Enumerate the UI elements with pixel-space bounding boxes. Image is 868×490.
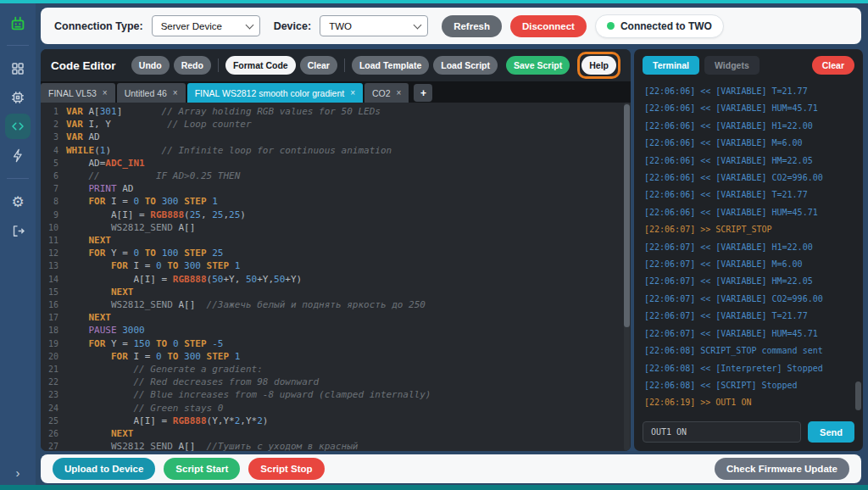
- terminal-command-input[interactable]: [643, 421, 801, 443]
- toolbar-divider: [218, 58, 219, 72]
- sidebar-item-settings[interactable]: ⚙: [5, 189, 31, 214]
- connection-type-label: Connection Type:: [54, 20, 143, 32]
- code-line: 16 WS2812_SEND A[] //Зажечь белый и подн…: [41, 298, 631, 311]
- line-number: 22: [41, 376, 66, 388]
- line-number: 23: [41, 388, 66, 401]
- terminal-line: [22:06:06] << [VARIABLE] M=6.00: [644, 135, 853, 152]
- line-number: 8: [41, 195, 66, 208]
- connection-bar: Connection Type: Server Device Device: T…: [41, 8, 861, 44]
- code-line: 11 NEXT: [41, 234, 631, 247]
- sidebar-collapse-chevron-icon[interactable]: ›: [0, 465, 36, 480]
- editor-tab[interactable]: FINAL VL53×: [41, 83, 115, 103]
- terminal-header: TerminalWidgetsClear: [634, 49, 863, 80]
- code-line: 6 // IF AD>0.25 THEN: [41, 170, 631, 182]
- line-number: 3: [41, 131, 66, 143]
- terminal-line: [22:06:19] >> OUT1 ON: [644, 394, 853, 411]
- tab-label: FINAL VL53: [48, 88, 97, 98]
- line-number: 17: [41, 311, 66, 324]
- code-line: 14 A[I] = RGB888(50+Y, 50+Y,50+Y): [41, 273, 631, 286]
- tab-label: FINAL WS2812 smooth color gradient: [195, 88, 344, 98]
- code-line: 3VAR AD: [41, 131, 631, 143]
- sidebar-item-actions[interactable]: [5, 142, 31, 168]
- lightning-icon: [11, 148, 25, 163]
- send-button[interactable]: Send: [808, 421, 854, 443]
- sidebar-item-dashboard[interactable]: [5, 56, 31, 81]
- code-editor-header: Code Editor Undo Redo Format Code Clear …: [41, 49, 631, 81]
- line-number: 18: [41, 324, 66, 337]
- code-line: 23 // Blue increases from -8 upward (cla…: [41, 388, 631, 401]
- code-line: 19 FOR Y = 150 TO 0 STEP -5: [41, 337, 631, 350]
- code-line: 21 // Generate a gradient:: [41, 363, 631, 376]
- code-lines: 1VAR A[301] // Array holding RGB values …: [41, 103, 631, 451]
- terminal-tab-widgets[interactable]: Widgets: [704, 56, 760, 75]
- device-select-wrap: TWO: [320, 15, 428, 36]
- terminal-line: [22:06:08] SCRIPT_STOP command sent: [644, 342, 853, 359]
- line-number: 27: [41, 440, 66, 451]
- connection-type-select[interactable]: Server Device: [152, 15, 260, 36]
- status-text: Connected to TWO: [620, 20, 712, 32]
- save-script-button[interactable]: Save Script: [506, 56, 570, 75]
- refresh-button[interactable]: Refresh: [442, 15, 502, 37]
- script-start-button[interactable]: Script Start: [164, 458, 240, 480]
- terminal-line: [22:06:07] << [VARIABLE] HM=22.05: [644, 273, 853, 290]
- terminal-line: [22:06:06] << [VARIABLE] T=21.77: [644, 83, 853, 100]
- line-number: 25: [41, 415, 66, 427]
- terminal-line: [22:06:07] << [VARIABLE] T=21.77: [644, 308, 853, 325]
- gear-icon: ⚙: [11, 195, 24, 209]
- tab-close-icon[interactable]: ×: [103, 88, 108, 97]
- terminal-scrollbar-thumb[interactable]: [855, 381, 861, 410]
- code-line: 12 FOR Y = 0 TO 100 STEP 25: [41, 247, 631, 259]
- disconnect-button[interactable]: Disconnect: [510, 15, 587, 37]
- check-firmware-update-button[interactable]: Check Firmware Update: [715, 458, 849, 480]
- load-script-button[interactable]: Load Script: [433, 56, 498, 75]
- script-stop-button[interactable]: Script Stop: [248, 458, 324, 480]
- status-dot-icon: [607, 22, 615, 30]
- code-line: 5 AD=ADC_IN1: [41, 157, 631, 170]
- editor-tabs: FINAL VL53×Untitled 46×FINAL WS2812 smoo…: [41, 81, 631, 103]
- editor-tab[interactable]: FINAL WS2812 smooth color gradient×: [187, 83, 363, 103]
- line-number: 15: [41, 286, 66, 298]
- line-number: 14: [41, 273, 66, 286]
- device-select[interactable]: TWO: [320, 15, 428, 36]
- tab-close-icon[interactable]: ×: [350, 88, 355, 97]
- cpu-icon: [10, 90, 25, 105]
- code-editor-area[interactable]: 1VAR A[301] // Array holding RGB values …: [41, 103, 631, 451]
- bottom-action-bar: Upload to Device Script Start Script Sto…: [41, 454, 861, 483]
- code-line: 26 NEXT: [41, 427, 631, 440]
- format-code-button[interactable]: Format Code: [225, 56, 296, 75]
- load-template-button[interactable]: Load Template: [352, 56, 429, 75]
- sidebar-item-device[interactable]: [5, 85, 31, 110]
- editor-tab[interactable]: Untitled 46×: [117, 83, 186, 103]
- line-number: 10: [41, 221, 66, 234]
- add-tab-button[interactable]: +: [414, 84, 432, 102]
- editor-tab[interactable]: CO2×: [364, 83, 409, 103]
- redo-button[interactable]: Redo: [174, 56, 211, 75]
- connection-type-select-wrap: Server Device: [152, 15, 260, 36]
- sidebar-divider: [7, 178, 29, 179]
- line-number: 1: [41, 105, 66, 118]
- tab-close-icon[interactable]: ×: [173, 88, 178, 97]
- terminal-tab-terminal[interactable]: Terminal: [643, 56, 699, 75]
- code-line: 22 // Red decreases from 98 downward: [41, 376, 631, 388]
- line-number: 24: [41, 402, 66, 415]
- line-number: 26: [41, 427, 66, 440]
- terminal-line: [22:06:07] << [VARIABLE] CO2=996.00: [644, 291, 853, 308]
- line-number: 19: [41, 337, 66, 350]
- line-number: 12: [41, 247, 66, 259]
- tab-close-icon[interactable]: ×: [397, 88, 402, 97]
- line-number: 11: [41, 234, 66, 247]
- clear-button[interactable]: Clear: [300, 56, 337, 75]
- code-line: 24 // Green stays 0: [41, 402, 631, 415]
- terminal-clear-button[interactable]: Clear: [812, 56, 854, 75]
- code-editor-panel: Code Editor Undo Redo Format Code Clear …: [41, 49, 631, 451]
- code-line: 9 A[I] = RGB888(25, 25,25): [41, 209, 631, 221]
- editor-scrollbar-thumb[interactable]: [624, 104, 630, 327]
- sidebar-item-logout[interactable]: [5, 218, 31, 243]
- top-accent-strip: [0, 0, 868, 3]
- undo-button[interactable]: Undo: [131, 56, 170, 75]
- help-button[interactable]: Help: [581, 56, 616, 75]
- sidebar-item-code-editor[interactable]: [5, 114, 31, 139]
- terminal-line: [22:06:06] << [VARIABLE] HM=22.05: [644, 153, 853, 170]
- terminal-line: [22:06:06] << [VARIABLE] H1=22.00: [644, 118, 853, 135]
- upload-to-device-button[interactable]: Upload to Device: [53, 458, 155, 480]
